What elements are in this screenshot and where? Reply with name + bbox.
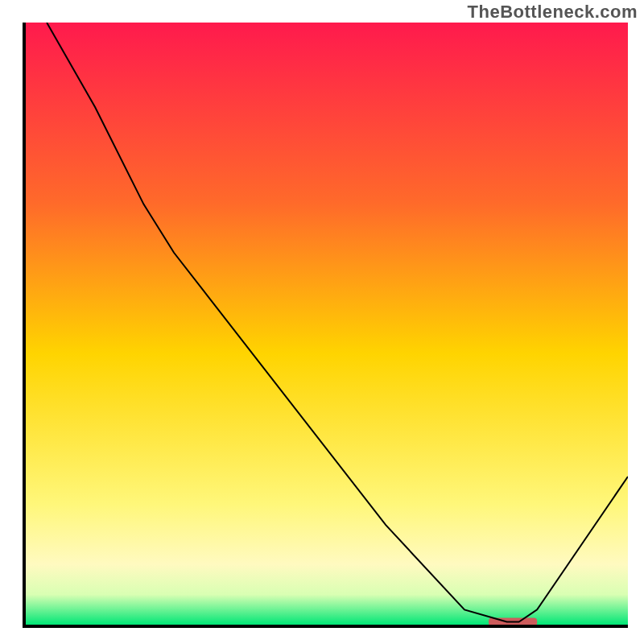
watermark-text: TheBottleneck.com [468, 2, 638, 23]
chart-container: TheBottleneck.com [0, 0, 644, 644]
axes-frame [23, 23, 628, 628]
